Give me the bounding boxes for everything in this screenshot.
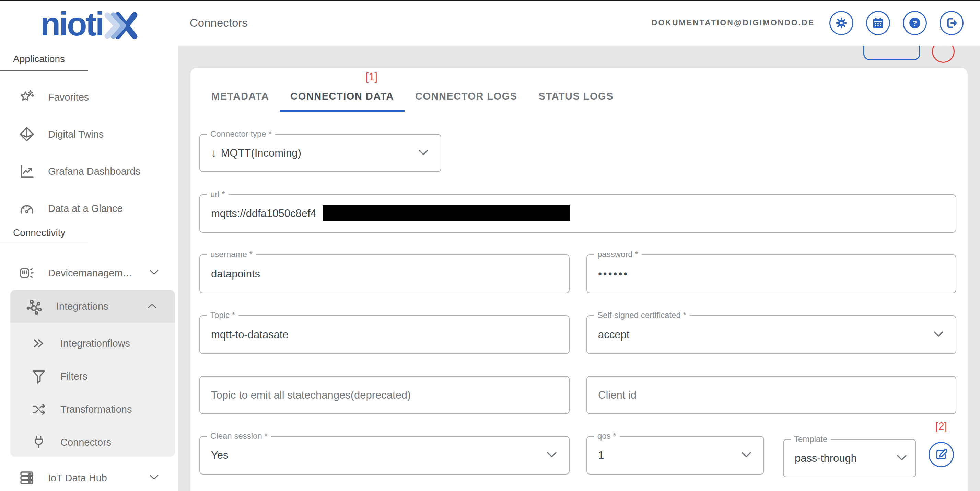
- server-icon: [18, 470, 36, 486]
- sidebar: nioti Applications Favorites Digita: [0, 0, 178, 491]
- redaction-overlay: [323, 205, 570, 221]
- field-value: mqtt-to-datasate: [211, 328, 289, 341]
- qos-select[interactable]: qos * 1: [586, 436, 764, 475]
- username-input[interactable]: username * datapoints: [199, 254, 570, 293]
- url-input[interactable]: url * mqtts://ddfa1050c8ef4: [199, 194, 956, 233]
- connector-type-select[interactable]: Connector type * ↓ MQTT(Incoming): [199, 134, 441, 172]
- double-chevron-icon: [30, 336, 47, 351]
- self-signed-certificate-select[interactable]: Self-signed certificated * accept: [586, 315, 956, 354]
- field-value: datapoints: [211, 268, 260, 280]
- page-top-border: [0, 0, 980, 1]
- hub-icon: [25, 298, 45, 316]
- connector-detail-card: [1] METADATA CONNECTION DATA CONNECTOR L…: [191, 68, 968, 491]
- tab-label: METADATA: [212, 91, 269, 102]
- field-value: accept: [598, 328, 629, 341]
- chevron-down-icon: [741, 451, 752, 459]
- password-input[interactable]: password * ••••••: [586, 254, 956, 293]
- sidebar-item-integrations[interactable]: Integrations: [10, 290, 175, 323]
- logo-x-icon: [104, 10, 138, 41]
- question-icon: ?: [908, 16, 921, 30]
- tab-status-logs[interactable]: STATUS LOGS: [528, 83, 624, 112]
- field-value: ••••••: [598, 268, 628, 280]
- clean-session-select[interactable]: Clean session * Yes: [199, 436, 570, 475]
- sidebar-item-label: IoT Data Hub: [48, 472, 107, 484]
- field-value: 1: [598, 449, 604, 461]
- chevron-up-icon: [147, 303, 157, 310]
- incoming-arrow-icon: ↓: [211, 147, 217, 159]
- sidebar-item-label: Integrations: [56, 301, 108, 312]
- chevron-down-icon: [149, 474, 159, 482]
- main-content: [1] METADATA CONNECTION DATA CONNECTOR L…: [178, 46, 980, 491]
- funnel-icon: [30, 368, 47, 384]
- sidebar-item-integrationflows[interactable]: Integrationflows: [10, 327, 175, 360]
- chevron-down-icon: [418, 149, 429, 157]
- brand-logo[interactable]: nioti: [21, 5, 158, 43]
- sidebar-item-digital-twins[interactable]: Digital Twins: [0, 116, 178, 153]
- annotation-1: [1]: [348, 71, 396, 83]
- chevron-down-icon: [933, 331, 944, 339]
- field-value: mqtts://ddfa1050c8ef4: [211, 207, 317, 220]
- chevron-down-icon: [546, 451, 557, 459]
- sidebar-item-label: Digital Twins: [48, 129, 103, 140]
- sidebar-item-favorites[interactable]: Favorites: [0, 79, 178, 116]
- sidebar-item-iot-data-hub[interactable]: IoT Data Hub: [0, 459, 178, 491]
- integrations-submenu: Integrationflows Filters Transformatio: [10, 323, 175, 457]
- tab-label: CONNECTION DATA: [290, 91, 394, 102]
- sidebar-item-label: Transformations: [60, 404, 132, 415]
- client-id-input[interactable]: Client id: [586, 376, 956, 414]
- field-placeholder: Client id: [598, 389, 636, 402]
- sidebar-item-transformations[interactable]: Transformations: [10, 393, 175, 426]
- partial-avatar-button[interactable]: [932, 46, 955, 63]
- tab-label: CONNECTOR LOGS: [415, 91, 517, 102]
- plug-icon: [30, 434, 47, 450]
- user-cluster: DOKUMENTATION@DIGIMONDO.DE: [652, 11, 980, 35]
- user-email: DOKUMENTATION@DIGIMONDO.DE: [652, 18, 815, 27]
- field-value: MQTT(Incoming): [221, 147, 301, 159]
- gauge-icon: [18, 200, 36, 217]
- svg-text:?: ?: [912, 19, 917, 27]
- topic-input[interactable]: Topic * mqtt-to-datasate: [199, 315, 570, 354]
- sidebar-item-connectors[interactable]: Connectors: [10, 426, 175, 459]
- calendar-button[interactable]: [866, 11, 890, 35]
- top-bar: Connectors DOKUMENTATION@DIGIMONDO.DE: [178, 0, 980, 46]
- logout-button[interactable]: [940, 11, 964, 35]
- sidebar-item-data-at-a-glance[interactable]: Data at a Glance: [0, 190, 178, 227]
- sidebar-item-label: Filters: [60, 371, 88, 382]
- line-chart-icon: [18, 163, 36, 180]
- edit-button[interactable]: [929, 442, 954, 467]
- nav-section-applications: Applications: [0, 54, 88, 71]
- star-sparkles-icon: [18, 89, 36, 105]
- tab-connection-data[interactable]: CONNECTION DATA: [280, 83, 404, 112]
- sidebar-item-grafana-dashboards[interactable]: Grafana Dashboards: [0, 153, 178, 190]
- sidebar-item-devicemanagement[interactable]: Devicemanagem…: [0, 254, 178, 292]
- settings-button[interactable]: [829, 11, 853, 35]
- help-button[interactable]: ?: [903, 11, 927, 35]
- sidebar-item-filters[interactable]: Filters: [10, 360, 175, 393]
- tab-metadata[interactable]: METADATA: [201, 83, 280, 112]
- device-icon: [18, 265, 36, 281]
- edit-icon: [934, 447, 948, 462]
- shuffle-icon: [30, 402, 47, 417]
- diamond-icon: [18, 126, 36, 142]
- annotation-2: [2]: [917, 420, 965, 433]
- field-value: pass-through: [795, 452, 857, 465]
- template-select[interactable]: Template pass-through: [783, 439, 916, 477]
- tab-bar: METADATA CONNECTION DATA CONNECTOR LOGS …: [201, 83, 624, 112]
- sidebar-item-label: Data at a Glance: [48, 203, 123, 214]
- gear-icon: [835, 16, 848, 30]
- topic-emit-input[interactable]: Topic to emit all statechanges(deprecate…: [199, 376, 570, 414]
- sidebar-item-label: Connectors: [60, 437, 111, 448]
- sidebar-item-label: Grafana Dashboards: [48, 166, 140, 177]
- partial-toolbar-button[interactable]: [863, 46, 920, 60]
- nav-section-connectivity: Connectivity: [0, 227, 88, 244]
- tab-label: STATUS LOGS: [539, 91, 614, 102]
- sidebar-item-label: Integrationflows: [60, 338, 130, 349]
- calendar-icon: [872, 16, 885, 30]
- logout-icon: [945, 16, 958, 30]
- sidebar-item-label: Favorites: [48, 92, 89, 103]
- page-title: Connectors: [190, 16, 248, 30]
- chevron-down-icon: [149, 269, 159, 277]
- tab-connector-logs[interactable]: CONNECTOR LOGS: [404, 83, 528, 112]
- chevron-down-icon: [896, 454, 907, 462]
- field-value: Yes: [211, 449, 229, 461]
